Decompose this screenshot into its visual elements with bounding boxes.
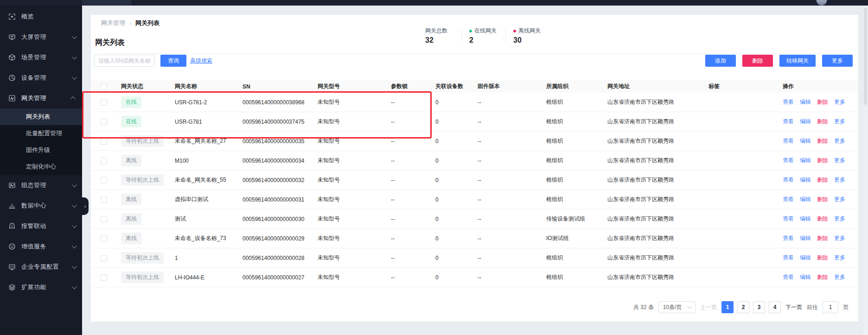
goto-page-input[interactable] [823,301,838,313]
row-action-编辑[interactable]: 编辑 [800,176,811,184]
row-action-删除[interactable]: 删除 [817,273,828,281]
row-checkbox[interactable] [101,177,107,183]
chevron-down-icon [72,182,77,187]
row-action-删除[interactable]: 删除 [817,157,828,164]
row-action-更多[interactable]: 更多 [834,176,845,184]
row-checkbox[interactable] [101,255,107,261]
sidebar-item-7[interactable]: 数据中心 [0,196,82,216]
row-action-删除[interactable]: 删除 [817,137,828,145]
sidebar-item-1[interactable]: 概览 [0,6,82,27]
row-action-编辑[interactable]: 编辑 [800,215,811,223]
device-count-cell: 0 [435,255,478,261]
page-number-2[interactable]: 2 [737,301,749,313]
table-row-6: 离线虚拟串口测试00059614000000000031未知型号--0--根组织… [91,190,858,209]
sidebar-item-6[interactable]: 组态管理 [0,175,82,196]
row-action-编辑[interactable]: 编辑 [800,273,811,281]
param-lock-cell: -- [391,177,435,183]
row-checkbox[interactable] [101,119,107,125]
row-action-删除[interactable]: 删除 [817,176,828,184]
sidebar-subitem-批量配置管理[interactable]: 批量配置管理 [0,125,82,142]
sidebar-item-8[interactable]: 报警联动 [0,216,82,236]
chevron-down-icon [72,284,77,289]
sidebar-item-3[interactable]: 场景管理 [0,47,82,68]
sidebar-item-9[interactable]: 增值服务 [0,236,82,257]
sidebar-item-5[interactable]: 网关管理 [0,88,82,108]
sidebar-item-label: 大屏管理 [21,33,70,41]
删除-button[interactable]: 删除 [742,55,773,67]
row-action-查看[interactable]: 查看 [783,98,794,106]
column-header-关联设备数: 关联设备数 [435,82,478,90]
row-action-更多[interactable]: 更多 [834,157,845,164]
stat-label: 离线网关 [513,27,542,35]
row-action-更多[interactable]: 更多 [834,137,845,145]
param-lock-cell: -- [391,158,435,164]
row-action-查看[interactable]: 查看 [783,176,794,184]
user-avatar[interactable] [816,0,827,6]
sidebar-subitem-网关列表[interactable]: 网关列表 [0,108,82,125]
row-action-查看[interactable]: 查看 [783,137,794,145]
query-button[interactable]: 查询 [160,55,186,67]
row-checkbox[interactable] [101,216,107,222]
row-action-更多[interactable]: 更多 [834,215,845,223]
row-action-更多[interactable]: 更多 [834,196,845,203]
sidebar-collapse-handle[interactable]: ‹ [82,197,89,215]
row-action-更多[interactable]: 更多 [834,118,845,126]
sidebar-subitem-定制化中心[interactable]: 定制化中心 [0,158,82,175]
row-action-编辑[interactable]: 编辑 [800,157,811,164]
sidebar-subitem-固件升级[interactable]: 固件升级 [0,142,82,158]
row-action-删除[interactable]: 删除 [817,98,828,106]
prev-page-button[interactable]: 上一页 [700,303,717,311]
row-action-编辑[interactable]: 编辑 [800,196,811,203]
row-action-删除[interactable]: 删除 [817,254,828,262]
row-action-查看[interactable]: 查看 [783,118,794,126]
row-action-删除[interactable]: 删除 [817,196,828,203]
row-checkbox[interactable] [101,235,107,242]
row-checkbox[interactable] [101,158,107,164]
status-badge: 等待初次上线 [121,252,164,264]
row-action-更多[interactable]: 更多 [834,234,845,242]
row-checkbox[interactable] [101,196,107,203]
row-action-删除[interactable]: 删除 [817,215,828,223]
row-action-编辑[interactable]: 编辑 [800,98,811,106]
row-action-查看[interactable]: 查看 [783,157,794,164]
page-number-3[interactable]: 3 [753,301,765,313]
sidebar-item-11[interactable]: 扩展功能 [0,277,82,297]
firmware-cell: -- [478,235,546,242]
sidebar-item-2[interactable]: 大屏管理 [0,27,82,47]
row-action-查看[interactable]: 查看 [783,273,794,281]
page-number-4[interactable]: 4 [769,301,781,313]
row-action-编辑[interactable]: 编辑 [800,118,811,126]
next-page-button[interactable]: 下一页 [785,303,802,311]
更多-button[interactable]: 更多 [822,55,853,67]
row-action-查看[interactable]: 查看 [783,215,794,223]
row-checkbox[interactable] [101,138,107,145]
row-action-编辑[interactable]: 编辑 [800,254,811,262]
row-checkbox[interactable] [101,99,107,106]
page-size-select[interactable]: 10条/页 [658,301,696,313]
device-count-cell: 0 [435,274,478,281]
row-action-删除[interactable]: 删除 [817,118,828,126]
sidebar-item-10[interactable]: 企业专属配置 [0,257,82,277]
row-action-更多[interactable]: 更多 [834,98,845,106]
sidebar-item-4[interactable]: 设备管理 [0,68,82,88]
row-action-编辑[interactable]: 编辑 [800,137,811,145]
添加-button[interactable]: 添加 [705,55,736,67]
转移网关-button[interactable]: 转移网关 [779,55,816,67]
row-action-删除[interactable]: 删除 [817,234,828,242]
gateway-name-cell: 测试 [175,215,243,223]
breadcrumb-parent[interactable]: 网关管理 [101,19,125,27]
device-count-cell: 0 [435,138,478,145]
window-scrollbar[interactable] [863,6,868,335]
row-checkbox[interactable] [101,274,107,281]
scrollbar-thumb[interactable] [864,7,867,105]
page-number-1[interactable]: 1 [721,301,734,313]
search-input[interactable] [94,55,154,67]
row-action-更多[interactable]: 更多 [834,254,845,262]
row-action-更多[interactable]: 更多 [834,273,845,281]
row-action-查看[interactable]: 查看 [783,196,794,203]
row-action-编辑[interactable]: 编辑 [800,234,811,242]
row-action-查看[interactable]: 查看 [783,234,794,242]
select-all-checkbox[interactable] [101,83,107,90]
advanced-search-link[interactable]: 高级搜索 [190,57,212,65]
row-action-查看[interactable]: 查看 [783,254,794,262]
